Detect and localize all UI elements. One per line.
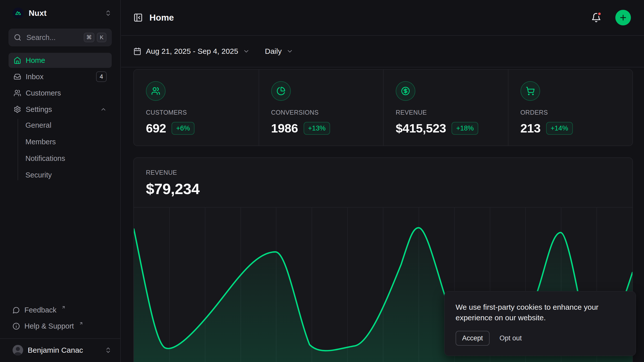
stat-customers[interactable]: CUSTOMERS 692 +6% (134, 70, 259, 146)
pie-chart-icon (271, 81, 291, 101)
filters-toolbar: Aug 21, 2025 - Sep 4, 2025 Daily (121, 36, 644, 67)
feedback-label: Feedback (24, 306, 56, 314)
gear-icon (14, 106, 21, 113)
sidebar-item-notifications[interactable]: Notifications (9, 151, 112, 166)
chevron-down-icon (286, 48, 293, 55)
stat-value: $415,523 (396, 121, 446, 135)
notification-dot (597, 12, 602, 16)
stat-value: 1986 (271, 121, 298, 135)
revenue-chart-label: REVENUE (146, 169, 620, 176)
opt-out-button[interactable]: Opt out (499, 333, 522, 344)
stat-label: CONVERSIONS (271, 109, 371, 116)
external-link-icon (61, 305, 66, 309)
inbox-count-badge: 4 (96, 71, 107, 82)
user-name: Benjamin Canac (28, 346, 100, 354)
stat-delta-badge: +18% (452, 122, 478, 135)
add-button[interactable] (615, 10, 631, 25)
sidebar-item-home[interactable]: Home (9, 53, 112, 68)
revenue-chart-value: $79,234 (146, 180, 620, 198)
workspace-name: Nuxt (29, 9, 100, 18)
feedback-link[interactable]: Feedback (9, 303, 112, 317)
help-support-link[interactable]: Help & Support (9, 319, 112, 333)
cookie-consent-toast: We use first-party cookies to enhance yo… (444, 291, 636, 356)
search-placeholder: Search... (26, 33, 79, 42)
chevron-down-icon (243, 48, 250, 55)
workspace-switcher[interactable]: Nuxt (0, 0, 120, 25)
stat-delta-badge: +13% (304, 122, 330, 135)
sidebar-item-label: Settings (26, 105, 96, 114)
stats-panel: CUSTOMERS 692 +6% CONVERSIONS 1986 +13% (133, 69, 633, 146)
chevron-up-icon (100, 106, 107, 113)
date-range-value: Aug 21, 2025 - Sep 4, 2025 (146, 47, 238, 56)
stat-delta-badge: +14% (546, 122, 573, 135)
granularity-value: Daily (265, 47, 282, 56)
sidebar-item-label: Inbox (26, 73, 92, 81)
sidebar-item-customers[interactable]: Customers (9, 85, 112, 101)
nuxt-logo-icon (13, 8, 24, 19)
chevrons-up-down-icon (105, 347, 112, 354)
stat-value: 213 (520, 121, 541, 135)
sidebar-item-inbox[interactable]: Inbox 4 (9, 69, 112, 84)
info-circle-icon (13, 323, 20, 330)
sidebar: Nuxt Search... ⌘ K Home Inbox 4 Customer… (0, 0, 121, 362)
sidebar-item-security[interactable]: Security (9, 167, 112, 183)
granularity-select[interactable]: Daily (265, 47, 293, 56)
calendar-icon (133, 47, 141, 55)
users-icon (146, 81, 166, 101)
kbd-cmd: ⌘ (84, 33, 94, 42)
sidebar-item-members[interactable]: Members (9, 134, 112, 150)
home-icon (14, 57, 21, 64)
stat-delta-badge: +6% (172, 122, 194, 135)
cookie-message: We use first-party cookies to enhance yo… (456, 302, 617, 323)
search-input[interactable]: Search... ⌘ K (9, 29, 112, 46)
kbd-k: K (97, 33, 106, 42)
avatar (13, 345, 23, 355)
sidebar-item-label: Customers (26, 89, 107, 97)
stat-orders[interactable]: ORDERS 213 +14% (508, 70, 633, 146)
settings-subnav: General Members Notifications Security (0, 117, 120, 183)
help-support-label: Help & Support (24, 322, 74, 330)
date-range-picker[interactable]: Aug 21, 2025 - Sep 4, 2025 (133, 47, 250, 56)
chevrons-up-down-icon (105, 10, 112, 17)
stat-revenue[interactable]: REVENUE $415,523 +18% (383, 70, 508, 146)
sidebar-item-general[interactable]: General (9, 117, 112, 133)
sub-item-label: Security (25, 171, 52, 179)
stat-value: 692 (146, 121, 166, 135)
page-header: Home (121, 0, 644, 36)
page-title: Home (149, 13, 585, 23)
search-icon (14, 34, 21, 41)
sidebar-footer: Feedback Help & Support (0, 303, 120, 336)
search-shortcut: ⌘ K (84, 33, 106, 42)
sidebar-item-label: Home (26, 56, 107, 65)
shopping-cart-icon (520, 81, 540, 101)
panel-collapse-icon[interactable] (133, 13, 143, 22)
message-bubble-icon (13, 306, 20, 314)
inbox-icon (14, 73, 21, 80)
users-icon (14, 89, 21, 97)
sub-item-label: Members (25, 138, 56, 146)
dollar-circle-icon (396, 81, 415, 101)
sub-item-label: General (25, 121, 51, 129)
plus-icon (619, 13, 627, 22)
accept-button[interactable]: Accept (456, 331, 490, 346)
notifications-button[interactable] (591, 13, 601, 23)
stat-label: ORDERS (520, 109, 621, 116)
user-menu[interactable]: Benjamin Canac (0, 338, 120, 362)
stat-label: CUSTOMERS (146, 109, 247, 116)
external-link-icon (79, 321, 83, 326)
stat-conversions[interactable]: CONVERSIONS 1986 +13% (259, 70, 383, 146)
stat-label: REVENUE (396, 109, 496, 116)
sidebar-nav: Home Inbox 4 Customers Settings (0, 53, 120, 117)
sub-item-label: Notifications (25, 154, 65, 163)
sidebar-item-settings[interactable]: Settings (9, 102, 112, 117)
